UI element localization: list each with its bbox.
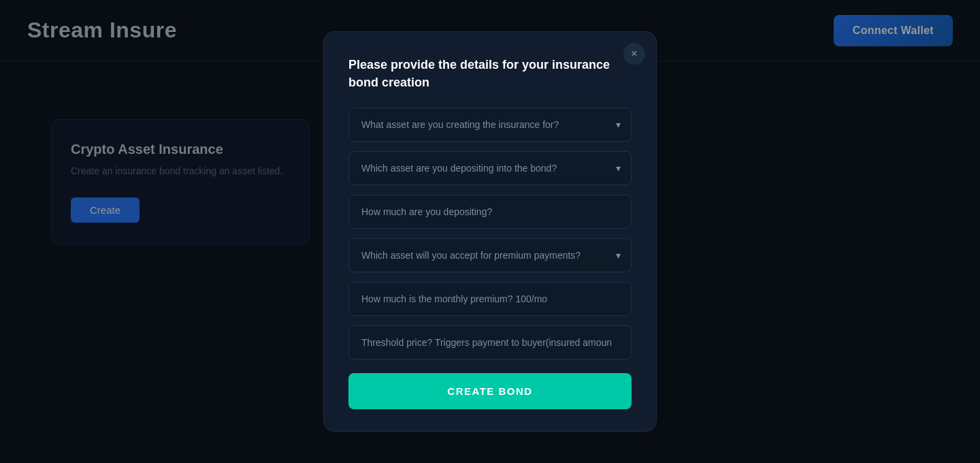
monthly-premium-group: [348, 282, 632, 316]
monthly-premium-input[interactable]: [348, 282, 632, 316]
depositing-asset-select[interactable]: Which asset are you depositing into the …: [348, 151, 632, 185]
insurance-bond-modal: × Please provide the details for your in…: [323, 31, 657, 431]
premium-asset-select-wrapper: Which asset will you accept for premium …: [348, 238, 632, 272]
modal-overlay: × Please provide the details for your in…: [0, 0, 980, 463]
modal-title: Please provide the details for your insu…: [348, 57, 632, 91]
asset-insurance-group: What asset are you creating the insuranc…: [348, 108, 632, 142]
threshold-price-group: [348, 325, 632, 360]
create-bond-button[interactable]: CREATE BOND: [348, 373, 632, 409]
premium-asset-select[interactable]: Which asset will you accept for premium …: [348, 238, 632, 272]
threshold-price-input[interactable]: [348, 325, 632, 360]
depositing-asset-select-wrapper: Which asset are you depositing into the …: [348, 151, 632, 185]
deposit-amount-input[interactable]: [348, 195, 632, 229]
depositing-asset-group: Which asset are you depositing into the …: [348, 151, 632, 185]
asset-insurance-select[interactable]: What asset are you creating the insuranc…: [348, 108, 632, 142]
deposit-amount-group: [348, 195, 632, 229]
modal-close-button[interactable]: ×: [623, 43, 645, 65]
premium-asset-group: Which asset will you accept for premium …: [348, 238, 632, 272]
asset-insurance-select-wrapper: What asset are you creating the insuranc…: [348, 108, 632, 142]
